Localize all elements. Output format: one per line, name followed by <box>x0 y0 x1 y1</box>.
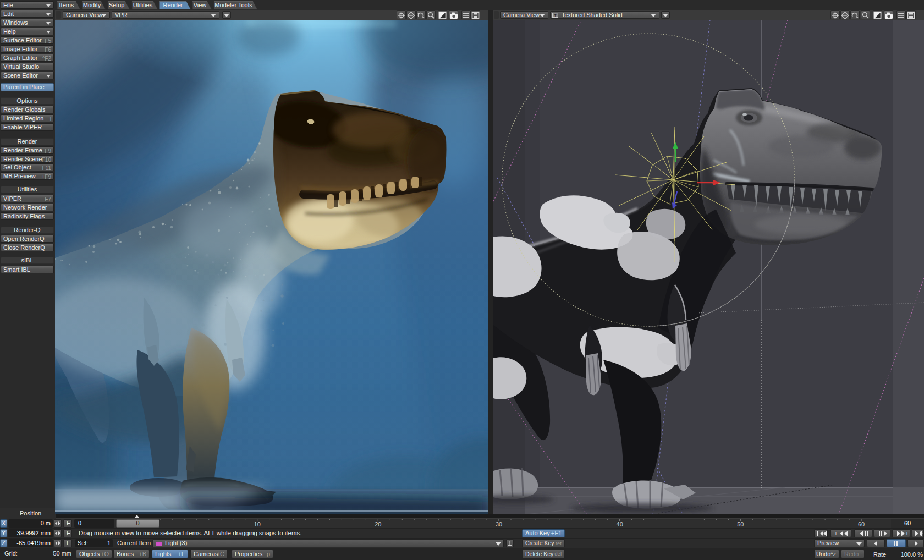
svg-text:20: 20 <box>375 521 381 528</box>
svg-text:Render: Render <box>163 2 183 8</box>
svg-text:10: 10 <box>254 521 261 528</box>
svg-text:Modify: Modify <box>83 2 101 8</box>
svg-text:Modeler Tools: Modeler Tools <box>215 2 252 8</box>
svg-text:Utilities: Utilities <box>133 2 153 8</box>
svg-text:Items: Items <box>59 2 74 8</box>
svg-text:60: 60 <box>858 521 865 528</box>
svg-text:40: 40 <box>617 521 623 528</box>
svg-text:+: + <box>834 531 838 537</box>
svg-text:30: 30 <box>496 521 502 528</box>
svg-text:View: View <box>194 2 207 8</box>
svg-text:Setup: Setup <box>109 2 125 8</box>
svg-text:+: + <box>905 531 909 537</box>
svg-text:50: 50 <box>737 521 744 528</box>
